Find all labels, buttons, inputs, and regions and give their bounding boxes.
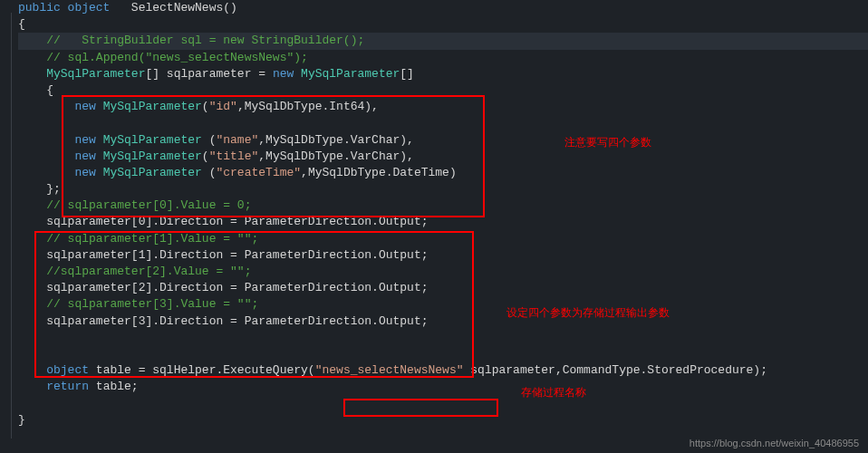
- code-line: sqlparameter[2].Direction = ParameterDir…: [18, 280, 868, 296]
- code-text: ,MySqlDbType.VarChar),: [258, 133, 414, 147]
- code-line: {: [18, 82, 868, 99]
- code-line: [18, 396, 868, 412]
- brace: };: [46, 182, 61, 196]
- code-line: sqlparameter[0].Direction = ParameterDir…: [18, 214, 868, 230]
- code-line: //sqlparameter[2].Value = "";: [18, 264, 868, 280]
- code-line: new MySqlParameter ("createTime",MySqlDb…: [18, 165, 868, 181]
- string: "createTime": [216, 166, 301, 179]
- keyword: new: [74, 166, 95, 179]
- keyword: new: [74, 100, 95, 113]
- annotation-procname: 存储过程名称: [521, 385, 586, 400]
- code-text: sqlparameter,CommandType.StoredProcedure…: [464, 363, 767, 377]
- comment: // StringBuilder sql = new StringBuilder…: [46, 34, 364, 47]
- code-line: new MySqlParameter ("name",MySqlDbType.V…: [18, 132, 868, 149]
- keyword: new: [74, 149, 95, 163]
- code-line: sqlparameter[1].Direction = ParameterDir…: [18, 247, 868, 264]
- code-text: ,MySqlDbType.VarChar),: [258, 149, 414, 163]
- brace: {: [18, 17, 25, 31]
- code-line: // sqlparameter[3].Value = "";: [18, 296, 868, 313]
- code-line: // sqlparameter[1].Value = "";: [18, 231, 868, 247]
- code-line: public object SelectNewNews(): [18, 0, 868, 16]
- annotation-params: 注意要写四个参数: [564, 135, 651, 150]
- code-line: return table;: [18, 379, 868, 395]
- string: "id": [209, 100, 237, 113]
- code-text: sqlparameter[2].Direction = ParameterDir…: [46, 281, 428, 294]
- string: "title": [209, 149, 259, 163]
- code-line: [18, 115, 868, 131]
- comment: // sqlparameter[3].Value = "";: [46, 297, 258, 311]
- type: MySqlParameter: [96, 100, 202, 113]
- type: MySqlParameter: [96, 133, 209, 147]
- comment: //sqlparameter[2].Value = "";: [46, 265, 251, 278]
- type: MySqlParameter: [294, 67, 400, 81]
- keyword: return: [46, 380, 89, 393]
- keyword: public: [18, 1, 61, 14]
- keyword: new: [273, 67, 294, 81]
- comment: // sqlparameter[0].Value = 0;: [46, 198, 251, 212]
- string: "name": [216, 133, 258, 147]
- annotation-direction: 设定四个参数为存储过程输出参数: [506, 305, 670, 321]
- brace: {: [46, 83, 53, 97]
- code-line: object table = sqlHelper.ExecuteQuery("n…: [18, 362, 868, 379]
- code-line: new MySqlParameter("title",MySqlDbType.V…: [18, 149, 868, 165]
- method-name: SelectNewNews(): [110, 1, 236, 14]
- code-line: }: [18, 412, 868, 429]
- type: MySqlParameter: [46, 67, 145, 81]
- code-text: ,MySqlDbType.Int64),: [237, 100, 379, 113]
- code-line: [18, 346, 868, 362]
- code-line: // sql.Append("news_selectNewsNews");: [18, 50, 868, 66]
- type: MySqlParameter: [96, 166, 209, 179]
- paren: (: [202, 149, 209, 163]
- code-line: new MySqlParameter("id",MySqlDbType.Int6…: [18, 99, 868, 115]
- code-text: sqlparameter[3].Direction = ParameterDir…: [46, 314, 428, 328]
- string: "news_selectNewsNews": [315, 363, 464, 377]
- code-text: []: [400, 67, 414, 81]
- code-text: sqlparameter[0].Direction = ParameterDir…: [46, 215, 428, 228]
- code-text: ,MySqlDbType.DateTime): [301, 166, 457, 179]
- code-text: sqlparameter[1].Direction = ParameterDir…: [46, 248, 428, 262]
- keyword: object: [61, 1, 111, 14]
- keyword: object: [46, 363, 89, 377]
- code-editor: public object SelectNewNews() { // Strin…: [0, 0, 868, 429]
- code-text: table;: [89, 380, 139, 393]
- code-line: // StringBuilder sql = new StringBuilder…: [18, 33, 868, 49]
- watermark: https://blog.csdn.net/weixin_40486955: [690, 438, 859, 448]
- code-text: [] sqlparameter =: [145, 67, 272, 81]
- code-line: };: [18, 181, 868, 198]
- type: MySqlParameter: [96, 149, 202, 163]
- code-line: sqlparameter[3].Direction = ParameterDir…: [18, 313, 868, 330]
- code-line: [18, 330, 868, 346]
- code-line: // sqlparameter[0].Value = 0;: [18, 198, 868, 214]
- code-text: table = sqlHelper.ExecuteQuery(: [89, 363, 315, 377]
- code-line: {: [18, 16, 868, 33]
- code-line: MySqlParameter[] sqlparameter = new MySq…: [18, 66, 868, 82]
- keyword: new: [74, 133, 95, 147]
- comment: // sql.Append("news_selectNewsNews");: [46, 51, 308, 64]
- brace: }: [18, 413, 25, 427]
- paren: (: [202, 100, 209, 113]
- comment: // sqlparameter[1].Value = "";: [46, 232, 258, 246]
